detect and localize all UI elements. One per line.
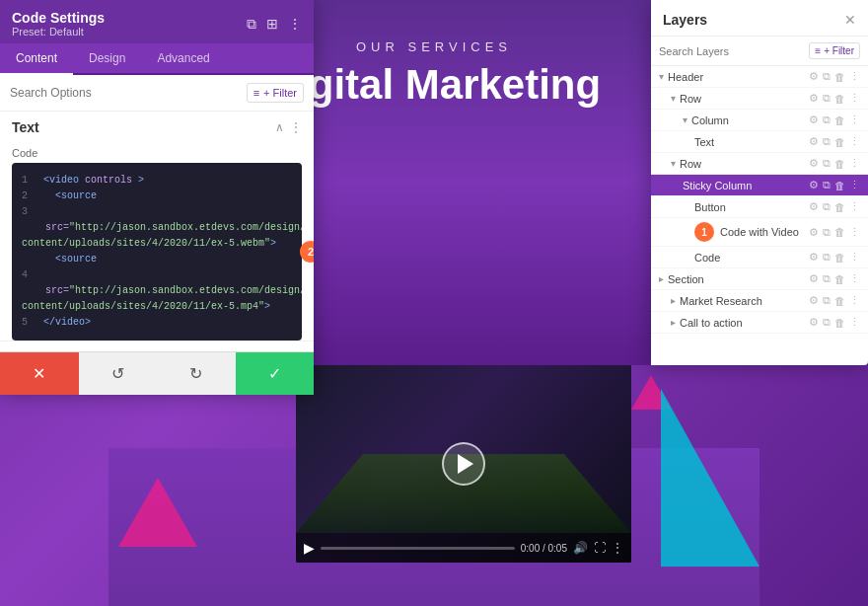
layer-copy-icon-sec[interactable]: ⧉: [823, 272, 831, 285]
layers-filter-button[interactable]: ≡ + Filter: [809, 42, 860, 59]
layer-copy-icon-cv[interactable]: ⧉: [823, 226, 831, 239]
video-extra-icons: 🔊 ⛶ ⋮: [573, 541, 623, 555]
layers-title: Layers: [663, 12, 707, 28]
layer-settings-icon-r2[interactable]: ⚙: [809, 157, 819, 170]
layers-header: Layers ✕: [651, 0, 868, 37]
fullscreen-icon[interactable]: ⛶: [594, 541, 606, 555]
layer-copy-icon-c[interactable]: ⧉: [823, 251, 831, 264]
layer-trash-icon-cta[interactable]: 🗑: [834, 317, 845, 329]
volume-icon[interactable]: 🔊: [573, 541, 588, 555]
layer-trash-icon[interactable]: 🗑: [834, 71, 845, 83]
code-line-1: 1 <video controls >: [22, 173, 292, 189]
layer-more-icon-col[interactable]: ⋮: [849, 114, 860, 126]
video-play-small-icon[interactable]: ▶: [304, 540, 315, 556]
layer-item-code-video[interactable]: 1 Code with Video ⚙ ⧉ 🗑 ⋮: [651, 218, 868, 247]
panel-menu-icon[interactable]: ⋮: [288, 16, 302, 32]
layer-item-row-2[interactable]: ▾ Row ⚙ ⧉ 🗑 ⋮: [651, 153, 868, 175]
redo-button[interactable]: ↻: [157, 352, 236, 395]
layer-chevron-header: ▾: [659, 71, 664, 82]
layer-item-row-1[interactable]: ▾ Row ⚙ ⧉ 🗑 ⋮: [651, 88, 868, 110]
layer-trash-icon-cv[interactable]: 🗑: [834, 226, 845, 238]
layer-settings-icon-btn[interactable]: ⚙: [809, 200, 819, 213]
search-options-input[interactable]: [10, 86, 247, 100]
layer-copy-icon-txt[interactable]: ⧉: [823, 135, 831, 148]
layer-icons-sticky-col: ⚙ ⧉ 🗑 ⋮: [809, 179, 860, 191]
link-section-header[interactable]: Link ∨: [0, 341, 314, 351]
layer-item-code[interactable]: Code ⚙ ⧉ 🗑 ⋮: [651, 247, 868, 268]
layer-copy-icon-r1[interactable]: ⧉: [823, 92, 831, 105]
layer-settings-icon-cta[interactable]: ⚙: [809, 316, 819, 329]
layer-trash-icon-sec[interactable]: 🗑: [834, 273, 845, 285]
text-section-dots[interactable]: ⋮: [290, 120, 302, 134]
video-section[interactable]: ▶ 0:00 / 0:05 🔊 ⛶ ⋮: [296, 365, 631, 563]
video-progress-bar[interactable]: [321, 547, 515, 550]
layer-copy-icon-r2[interactable]: ⧉: [823, 157, 831, 170]
text-section-arrow[interactable]: ∧: [275, 120, 284, 134]
layer-more-icon[interactable]: ⋮: [849, 70, 860, 83]
layer-item-call-to-action[interactable]: ▸ Call to action ⚙ ⧉ 🗑 ⋮: [651, 312, 868, 334]
layer-settings-icon-cv[interactable]: ⚙: [809, 226, 819, 239]
code-editor[interactable]: 1 <video controls > 2 <source 3 src="htt…: [12, 163, 302, 341]
layer-more-icon-cta[interactable]: ⋮: [849, 316, 860, 329]
undo-button[interactable]: ↺: [79, 352, 158, 395]
panel-copy-icon[interactable]: ⧉: [247, 16, 256, 33]
panel-title-group: Code Settings Preset: Default: [12, 10, 105, 38]
play-button[interactable]: [442, 442, 485, 486]
cancel-button[interactable]: ✕: [0, 352, 79, 395]
tab-content[interactable]: Content: [0, 43, 73, 75]
layer-settings-icon-sc[interactable]: ⚙: [809, 179, 819, 191]
layer-settings-icon-txt[interactable]: ⚙: [809, 135, 819, 148]
layer-more-icon-c[interactable]: ⋮: [849, 251, 860, 264]
text-section-header[interactable]: Text ∧ ⋮: [0, 112, 314, 143]
layer-item-button[interactable]: Button ⚙ ⧉ 🗑 ⋮: [651, 196, 868, 218]
layer-more-icon-btn[interactable]: ⋮: [849, 200, 860, 213]
layer-item-market-research[interactable]: ▸ Market Research ⚙ ⧉ 🗑 ⋮: [651, 290, 868, 312]
layer-more-icon-cv[interactable]: ⋮: [849, 226, 860, 239]
tab-design[interactable]: Design: [73, 43, 141, 73]
layer-icons-code: ⚙ ⧉ 🗑 ⋮: [809, 251, 860, 264]
text-section-title: Text: [12, 119, 39, 135]
save-button[interactable]: ✓: [236, 352, 315, 395]
layer-item-column[interactable]: ▾ Column ⚙ ⧉ 🗑 ⋮: [651, 110, 868, 131]
layers-close-button[interactable]: ✕: [844, 12, 856, 28]
layer-chevron-column: ▾: [683, 114, 687, 125]
tab-advanced[interactable]: Advanced: [141, 43, 225, 73]
layer-more-icon-r1[interactable]: ⋮: [849, 92, 860, 105]
layer-copy-icon-cta[interactable]: ⧉: [823, 316, 831, 329]
layer-copy-icon-mr[interactable]: ⧉: [823, 294, 831, 307]
layer-settings-icon-col[interactable]: ⚙: [809, 114, 819, 126]
layer-settings-icon-r1[interactable]: ⚙: [809, 92, 819, 105]
layer-more-icon-sec[interactable]: ⋮: [849, 272, 860, 285]
layer-more-icon-mr[interactable]: ⋮: [849, 294, 860, 307]
filter-button[interactable]: ≡ + Filter: [247, 83, 304, 103]
layers-search-input[interactable]: [659, 45, 809, 57]
layer-item-sticky-column[interactable]: Sticky Column ⚙ ⧉ 🗑 ⋮: [651, 175, 868, 196]
layer-copy-icon-sc[interactable]: ⧉: [823, 179, 831, 191]
layer-settings-icon-mr[interactable]: ⚙: [809, 294, 819, 307]
layer-item-header[interactable]: ▾ Header ⚙ ⧉ 🗑 ⋮: [651, 66, 868, 88]
layer-item-section[interactable]: ▸ Section ⚙ ⧉ 🗑 ⋮: [651, 268, 868, 290]
layer-more-icon-sc[interactable]: ⋮: [849, 179, 860, 191]
panel-grid-icon[interactable]: ⊞: [266, 16, 278, 32]
layer-copy-icon-col[interactable]: ⧉: [823, 114, 831, 126]
layer-copy-icon[interactable]: ⧉: [823, 70, 831, 83]
layer-trash-icon-r1[interactable]: 🗑: [834, 93, 845, 105]
layer-settings-icon-c[interactable]: ⚙: [809, 251, 819, 264]
layer-settings-icon[interactable]: ⚙: [809, 70, 819, 83]
panel-header-icons: ⧉ ⊞ ⋮: [247, 16, 302, 33]
layer-more-icon-txt[interactable]: ⋮: [849, 135, 860, 148]
layer-more-icon-r2[interactable]: ⋮: [849, 157, 860, 170]
layer-trash-icon-btn[interactable]: 🗑: [834, 201, 845, 213]
more-icon[interactable]: ⋮: [612, 541, 623, 555]
layer-item-text[interactable]: Text ⚙ ⧉ 🗑 ⋮: [651, 131, 868, 153]
layer-trash-icon-txt[interactable]: 🗑: [834, 136, 845, 148]
layer-settings-icon-sec[interactable]: ⚙: [809, 272, 819, 285]
layer-trash-icon-col[interactable]: 🗑: [834, 114, 845, 126]
layer-copy-icon-btn[interactable]: ⧉: [823, 200, 831, 213]
layer-name-text: Text: [694, 136, 809, 148]
layer-trash-icon-sc[interactable]: 🗑: [834, 180, 845, 191]
layer-trash-icon-r2[interactable]: 🗑: [834, 158, 845, 170]
layer-trash-icon-mr[interactable]: 🗑: [834, 295, 845, 307]
layer-trash-icon-c[interactable]: 🗑: [834, 252, 845, 264]
layer-icons-button: ⚙ ⧉ 🗑 ⋮: [809, 200, 860, 213]
